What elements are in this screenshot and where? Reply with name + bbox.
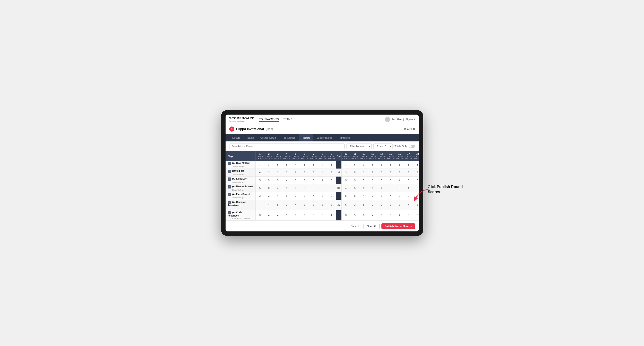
hole-7-score[interactable]: 5: [309, 161, 318, 169]
hole-9-score[interactable]: 3: [327, 184, 336, 192]
hole-17-score[interactable]: 4: [404, 184, 413, 192]
hole-16-score[interactable]: 3: [395, 192, 404, 200]
hole-13-score[interactable]: 3: [368, 176, 377, 184]
hole-17-score[interactable]: 3: [404, 210, 413, 220]
hole-12-score[interactable]: 5: [359, 184, 368, 192]
cancel-button[interactable]: Cancel: [348, 223, 362, 229]
hole-4-score[interactable]: 4: [282, 176, 291, 184]
hole-5-score[interactable]: 4: [291, 200, 300, 210]
hole-13-score[interactable]: 5: [368, 169, 377, 176]
hole-12-score[interactable]: 3: [359, 161, 368, 169]
filter-team-select[interactable]: Filter by team: [346, 143, 372, 149]
hole-8-score[interactable]: 4: [318, 176, 327, 184]
hole-1-score[interactable]: 5: [256, 176, 264, 184]
hole-18-score[interactable]: 3: [413, 169, 418, 176]
hole-14-score[interactable]: 5: [377, 192, 386, 200]
hole-7-score[interactable]: 3: [309, 210, 318, 220]
tab-details[interactable]: Details: [229, 134, 244, 142]
hole-8-score[interactable]: 5: [318, 210, 327, 220]
hole-13-score[interactable]: 5: [368, 184, 377, 192]
hole-14-score[interactable]: 5: [377, 176, 386, 184]
hole-3-score[interactable]: 3: [273, 176, 282, 184]
hole-17-score[interactable]: 5: [404, 169, 413, 176]
hole-12-score[interactable]: 3: [359, 210, 368, 220]
hole-5-score[interactable]: 4: [291, 161, 300, 169]
hole-14-score[interactable]: 3: [377, 169, 386, 176]
hole-3-score[interactable]: 4: [273, 210, 282, 220]
hole-1-score[interactable]: 3: [256, 210, 264, 220]
totals-toggle-switch[interactable]: [408, 145, 415, 148]
hole-15-score[interactable]: 3: [386, 184, 395, 192]
hole-8-score[interactable]: 3: [318, 200, 327, 210]
hole-16-score[interactable]: 5: [395, 184, 404, 192]
hole-15-score[interactable]: 5: [386, 169, 395, 176]
hole-7-score[interactable]: 5: [309, 200, 318, 210]
save-all-button[interactable]: Save All: [364, 223, 380, 229]
hole-3-score[interactable]: 4: [273, 192, 282, 200]
hole-6-score[interactable]: 3: [300, 169, 309, 176]
hole-12-score[interactable]: 3: [359, 169, 368, 176]
hole-18-score[interactable]: 5: [413, 176, 418, 184]
hole-6-score[interactable]: 6: [300, 176, 309, 184]
hole-2-score[interactable]: 4: [264, 200, 273, 210]
hole-6-score[interactable]: 5: [300, 192, 309, 200]
tab-leaderboards[interactable]: Leaderboards: [314, 134, 336, 142]
hole-2-score[interactable]: 3: [264, 184, 273, 192]
hole-3-score[interactable]: 5: [273, 200, 282, 210]
tab-printables[interactable]: Printables: [336, 134, 353, 142]
hole-9-score[interactable]: 3: [327, 176, 336, 184]
hole-2-score[interactable]: 3: [264, 169, 273, 176]
tab-course-setup[interactable]: Course Setup: [257, 134, 279, 142]
search-input[interactable]: [229, 144, 345, 149]
hole-1-score[interactable]: 4: [256, 200, 264, 210]
hole-9-score[interactable]: 5: [327, 200, 336, 210]
hole-15-score[interactable]: 5: [386, 161, 395, 169]
hole-16-score[interactable]: 3: [395, 169, 404, 176]
hole-11-score[interactable]: 3: [350, 200, 359, 210]
hole-13-score[interactable]: 3: [368, 200, 377, 210]
hole-15-score[interactable]: 3: [386, 200, 395, 210]
tab-tee-groups[interactable]: Tee Groups: [279, 134, 299, 142]
hole-10-score[interactable]: 3: [342, 176, 350, 184]
hole-9-score[interactable]: 5: [327, 192, 336, 200]
tab-results[interactable]: Results: [299, 134, 314, 142]
hole-18-score[interactable]: 3: [413, 161, 418, 169]
hole-1-score[interactable]: 3: [256, 192, 264, 200]
hole-12-score[interactable]: 5: [359, 176, 368, 184]
hole-2-score[interactable]: 3: [264, 192, 273, 200]
tab-teams[interactable]: Teams: [243, 134, 257, 142]
hole-5-score[interactable]: 6: [291, 169, 300, 176]
hole-17-score[interactable]: 5: [404, 161, 413, 169]
hole-3-score[interactable]: 4: [273, 184, 282, 192]
hole-1-score[interactable]: 6: [256, 169, 264, 176]
hole-4-score[interactable]: 3: [282, 169, 291, 176]
hole-8-score[interactable]: 4: [318, 161, 327, 169]
hole-11-score[interactable]: 3: [350, 176, 359, 184]
nav-teams[interactable]: TEAMS: [283, 117, 292, 122]
hole-10-score[interactable]: 3: [342, 161, 350, 169]
hole-7-score[interactable]: 4: [309, 192, 318, 200]
hole-1-score[interactable]: 3: [256, 161, 264, 169]
hole-9-score[interactable]: 5: [327, 169, 336, 176]
hole-14-score[interactable]: 4: [377, 184, 386, 192]
hole-6-score[interactable]: 3: [300, 200, 309, 210]
hole-16-score[interactable]: 5: [395, 200, 404, 210]
hole-7-score[interactable]: 5: [309, 176, 318, 184]
hole-12-score[interactable]: 5: [359, 200, 368, 210]
hole-12-score[interactable]: 4: [359, 192, 368, 200]
hole-10-score[interactable]: 3: [342, 169, 350, 176]
hole-4-score[interactable]: 5: [282, 184, 291, 192]
hole-14-score[interactable]: 3: [377, 161, 386, 169]
hole-3-score[interactable]: 3: [273, 169, 282, 176]
hole-6-score[interactable]: 6: [300, 184, 309, 192]
hole-5-score[interactable]: 3: [291, 210, 300, 220]
hole-7-score[interactable]: 3: [309, 184, 318, 192]
hole-3-score[interactable]: 5: [273, 161, 282, 169]
hole-10-score[interactable]: 4: [342, 184, 350, 192]
hole-16-score[interactable]: 4: [395, 210, 404, 220]
hole-17-score[interactable]: 4: [404, 200, 413, 210]
hole-6-score[interactable]: 3: [300, 161, 309, 169]
hole-8-score[interactable]: 5: [318, 184, 327, 192]
hole-1-score[interactable]: 5: [256, 184, 264, 192]
hole-8-score[interactable]: 4: [318, 169, 327, 176]
